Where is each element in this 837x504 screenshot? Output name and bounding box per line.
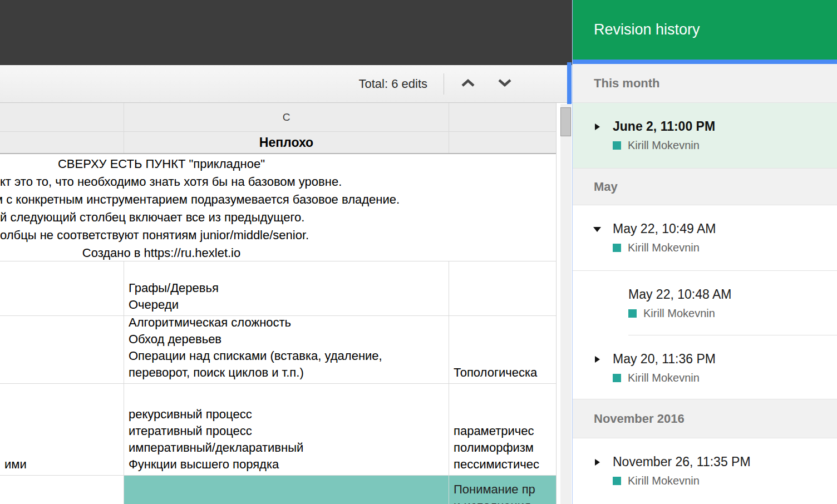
sheet-row-highlighted: Понимание пр и исполнения (0, 476, 556, 504)
scrollbar-thumb[interactable] (560, 107, 571, 136)
cell-line: императивный/декларативный (129, 439, 444, 456)
cell-line: Функции высшего порядка (129, 456, 444, 473)
author-color-swatch-icon (613, 374, 621, 382)
author-color-swatch-icon (613, 477, 621, 485)
revision-date: June 2, 11:00 PM (613, 118, 837, 135)
cell: Графы/Деревья Очереди (124, 261, 449, 315)
column-header-c: C (124, 103, 449, 131)
spreadsheet-preview: C Неплохо СВЕРХУ ЕСТЬ ПУНКТ "прикладное"… (0, 103, 557, 504)
cell-line: итеративный процесс (129, 423, 444, 439)
info-line: олбцы не соответствуют понятиям junior/m… (0, 226, 556, 244)
revision-author-row: Kirill Mokevnin (628, 307, 837, 319)
revision-author-row: Kirill Mokevnin (613, 372, 837, 384)
revision-subitem-may-22-1048[interactable]: May 22, 10:48 AM Kirill Mokevnin (573, 271, 837, 335)
info-line: й следующий столбец включает все из пред… (0, 209, 556, 226)
sheet-info-block: СВЕРХУ ЕСТЬ ПУНКТ "прикладное" кт это то… (0, 154, 556, 261)
total-edits-label: Total: 6 edits (358, 77, 427, 91)
revision-date: May 20, 11:36 PM (613, 350, 837, 367)
revision-date: November 26, 11:35 PM (613, 453, 837, 470)
frozen-header-row: Неплохо (0, 132, 556, 154)
author-color-swatch-icon (613, 244, 621, 252)
author-name: Kirill Mokevnin (628, 139, 700, 152)
revision-item-november-26[interactable]: November 26, 11:35 PM Kirill Mokevnin (573, 438, 837, 504)
info-line: м с конкретным инструментарием подразуме… (0, 191, 556, 209)
cell-line: Очереди (129, 297, 444, 313)
revision-date: May 22, 10:48 AM (628, 286, 837, 303)
author-name: Kirill Mokevnin (628, 372, 700, 384)
cell-line: и исполнения (454, 498, 552, 504)
section-header-this-month: This month (573, 64, 837, 103)
cell: Алгоритмическая сложность Обход деревьев… (124, 316, 449, 383)
section-header-may: May (573, 168, 837, 205)
cell (0, 261, 124, 315)
revision-item-may-20[interactable]: May 20, 11:36 PM Kirill Mokevnin (573, 335, 837, 399)
sheet-row: Графы/Деревья Очереди (0, 261, 556, 316)
section-header-november-2016: November 2016 (573, 399, 837, 438)
sheet-scrollbar[interactable] (560, 104, 572, 504)
revision-date: May 22, 10:49 AM (613, 220, 837, 237)
expand-arrow-icon[interactable] (595, 459, 600, 466)
cell: Топологическа (449, 316, 556, 383)
cell (449, 261, 556, 315)
revision-author-row: Kirill Mokevnin (613, 139, 837, 151)
revision-item-may-22-1049[interactable]: May 22, 10:49 AM Kirill Mokevnin (573, 205, 837, 271)
column-header-row: C (0, 103, 556, 132)
cell-line: полиморфизм (454, 439, 552, 456)
revision-author-row: Kirill Mokevnin (613, 475, 837, 487)
column-header-d (449, 103, 556, 131)
cell-line: переворот, поиск циклов и т.п.) (129, 364, 444, 381)
cell-line: Топологическа (454, 364, 552, 381)
author-color-swatch-icon (628, 309, 637, 318)
cell-line: ими (4, 456, 119, 473)
next-edit-button[interactable] (498, 77, 512, 91)
cell-line: рекурсивный процесс (129, 406, 444, 423)
revision-history-screen: Total: 6 edits C Неплохо СВЕРХУ ЕСТЬ ПУН… (0, 0, 837, 504)
author-color-swatch-icon (613, 141, 621, 150)
expand-arrow-icon[interactable] (595, 123, 600, 130)
panel-title: Revision history (594, 21, 700, 38)
collapse-arrow-icon[interactable] (593, 227, 601, 232)
revision-history-panel: Revision history This month June 2, 11:0… (572, 0, 837, 504)
author-name: Kirill Mokevnin (628, 475, 700, 487)
column-header-b (0, 103, 124, 131)
document-top-bar (0, 0, 572, 65)
cell-changed (124, 476, 449, 504)
cell: Неплохо (124, 132, 449, 153)
cell (449, 132, 556, 153)
cell-line: Обход деревьев (129, 331, 444, 348)
author-name: Kirill Mokevnin (643, 307, 715, 320)
cell: параметричес полиморфизм пессимистичес (449, 384, 556, 475)
cell-line: Графы/Деревья (129, 280, 444, 297)
cell: рекурсивный процесс итеративный процесс … (124, 384, 449, 475)
cell-changed: Понимание пр и исполнения (449, 476, 556, 504)
cell (0, 132, 124, 153)
info-line: СВЕРХУ ЕСТЬ ПУНКТ "прикладное" (0, 155, 323, 173)
cell-line: параметричес (454, 423, 552, 439)
panel-accent-edge (567, 62, 572, 104)
info-line: кт это то, что необходимо знать хотя бы … (0, 173, 556, 191)
toolbar-divider (444, 73, 444, 95)
cell-line: Алгоритмическая сложность (129, 316, 444, 331)
cell-line: Понимание пр (454, 481, 552, 498)
expand-arrow-icon[interactable] (595, 356, 600, 363)
panel-header: Revision history (573, 0, 837, 60)
revision-author-row: Kirill Mokevnin (613, 241, 837, 254)
revision-toolbar: Total: 6 edits (0, 65, 572, 103)
cell (0, 316, 124, 383)
sheet-row: Алгоритмическая сложность Обход деревьев… (0, 316, 556, 384)
chevron-up-icon (461, 78, 475, 89)
panel-accent-band (573, 60, 837, 64)
info-line: Создано в https://ru.hexlet.io (0, 244, 323, 261)
cell (0, 476, 124, 504)
previous-edit-button[interactable] (461, 77, 475, 91)
sheet-row: ими рекурсивный процесс итеративный проц… (0, 384, 556, 476)
chevron-down-icon (498, 78, 512, 89)
cell-line: Операции над списками (вставка, удаление… (129, 348, 444, 364)
cell-line: пессимистичес (454, 456, 552, 473)
revision-item-june-2[interactable]: June 2, 11:00 PM Kirill Mokevnin (573, 103, 837, 168)
author-name: Kirill Mokevnin (628, 241, 700, 254)
cell: ими (0, 384, 124, 475)
